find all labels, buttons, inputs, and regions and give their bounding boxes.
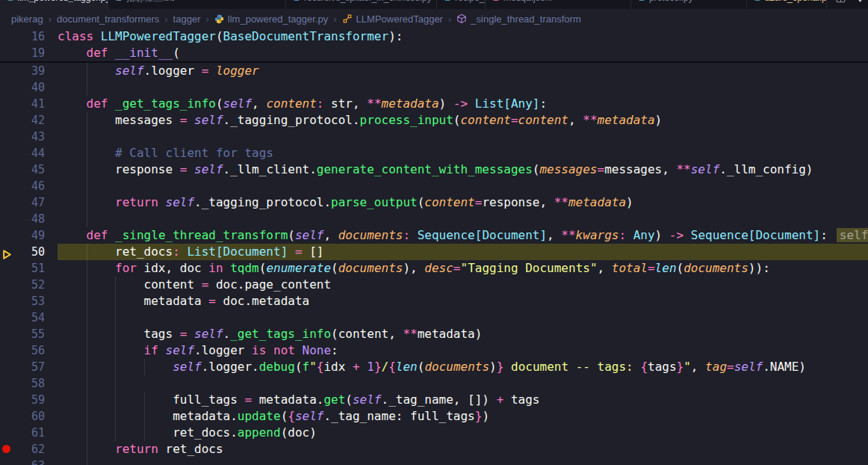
breadcrumb-item-single-thread-transform[interactable]: _single_thread_transform: [456, 13, 580, 25]
code-line-16[interactable]: 16class LLMPoweredTagger(BaseDocumentTra…: [0, 28, 868, 45]
line-number: 55: [31, 326, 45, 342]
code-token: document -- tags:: [503, 360, 640, 374]
gutter[interactable]: 60: [0, 408, 58, 425]
gutter[interactable]: 49: [0, 227, 58, 244]
code-line-39[interactable]: 39self.logger = logger: [0, 63, 868, 79]
code-line-43[interactable]: 43: [0, 129, 868, 145]
code-token: self: [166, 343, 195, 357]
code-token: metadata: [568, 195, 626, 209]
breadcrumb-separator-icon: ›: [333, 13, 336, 25]
gutter[interactable]: 47: [0, 194, 58, 211]
code-line-52[interactable]: 52content = doc.page_content: [0, 277, 868, 293]
code-line-44[interactable]: 44# Call client for tags: [0, 145, 868, 161]
gutter[interactable]: 19: [0, 45, 58, 61]
code-token: for: [115, 261, 137, 275]
breadcrumb-item-llmpoweredtagger[interactable]: LLMPoweredTagger: [342, 13, 443, 25]
code-line-40[interactable]: 40: [0, 79, 868, 96]
code-line-51[interactable]: 51for idx, doc in tqdm(enumerate(documen…: [0, 260, 868, 277]
indent-guide: [87, 425, 116, 441]
gutter[interactable]: 40: [0, 79, 58, 96]
breadcrumb-item-tagger[interactable]: tagger: [173, 13, 201, 25]
indent: [58, 227, 87, 244]
code-line-56[interactable]: 56if self.logger is not None:: [0, 342, 868, 359]
gutter[interactable]: 44: [0, 145, 58, 161]
code-line-54[interactable]: 54: [0, 310, 868, 326]
code-token: is: [252, 343, 266, 357]
debug-inline-value: self: [837, 228, 868, 242]
gutter[interactable]: 58: [0, 375, 58, 392]
breadcrumb-item-pikerag[interactable]: pikerag: [11, 13, 43, 25]
gutter[interactable]: 43: [0, 129, 58, 145]
code-line-50[interactable]: 50ret_docs: List[Document] = []: [0, 244, 868, 260]
code-token: len: [655, 261, 677, 275]
line-number: 40: [31, 79, 45, 96]
editor-actions: [827, 0, 868, 9]
code-line-53[interactable]: 53metadata = doc.metadata: [0, 293, 868, 310]
chevron-down-icon[interactable]: [855, 0, 866, 3]
code-line-45[interactable]: 45response = self._llm_client.generate_c…: [0, 161, 868, 178]
gutter[interactable]: 42: [0, 112, 58, 129]
code-content: [58, 178, 868, 194]
code-token: documents: [424, 360, 489, 374]
code-line-42[interactable]: 42messages = self._tagging_protocol.proc…: [0, 112, 868, 129]
code-line-63[interactable]: 63: [0, 458, 868, 465]
tab-recipe-parse-py[interactable]: recipe_parse.py: [437, 0, 486, 9]
code-token: doc.metadata: [216, 294, 309, 308]
breadcrumb-item-llm-powered-tagger-py[interactable]: llm_powered_tagger.py: [214, 13, 328, 25]
split-editor-icon[interactable]: [836, 0, 846, 3]
code-line-48[interactable]: 48: [0, 211, 868, 227]
gutter[interactable]: 61: [0, 425, 58, 441]
file-icon: [7, 0, 13, 1]
code-token: return: [115, 442, 158, 456]
gutter[interactable]: 59: [0, 392, 58, 408]
gutter[interactable]: 56: [0, 342, 58, 359]
gutter[interactable]: 62: [0, 441, 58, 458]
gutter[interactable]: 45: [0, 161, 58, 178]
gutter[interactable]: 55: [0, 326, 58, 342]
gutter[interactable]: 48: [0, 211, 58, 227]
gutter[interactable]: 52: [0, 277, 58, 293]
code-token: (: [216, 96, 223, 111]
code-line-61[interactable]: 61ret_docs.append(doc): [0, 425, 868, 441]
code-line-41[interactable]: 41def _get_tags_info(self, content: str,…: [0, 96, 868, 112]
gutter[interactable]: 57: [0, 359, 58, 375]
editor-pane[interactable]: 16class LLMPoweredTagger(BaseDocumentTra…: [0, 28, 868, 465]
code-line-60[interactable]: 60metadata.update({self._tag_name: full_…: [0, 408, 868, 425]
code-token: [187, 327, 194, 341]
code-token: ): [489, 360, 497, 374]
gutter[interactable]: 16: [0, 28, 58, 45]
tab-recursive-splitter-in-chinese-py[interactable]: recursive_splitter_in_chinese.py: [286, 0, 437, 9]
breadcrumb-item-document-transformers[interactable]: document_transformers: [57, 13, 159, 25]
code-token: ): [655, 113, 663, 127]
gutter[interactable]: 63: [0, 458, 58, 465]
code-line-46[interactable]: 46: [0, 178, 868, 194]
tab-txt[interactable]: 指标筛查.txt: [108, 0, 286, 9]
gutter[interactable]: 50: [0, 244, 58, 260]
tab-azure-openai-py[interactable]: azure_openai.py: [747, 0, 827, 9]
gutter[interactable]: 46: [0, 178, 58, 194]
tab-medqa-jsonl[interactable]: medqa.jsonl: [486, 0, 631, 9]
code-token: __init__: [115, 46, 173, 60]
code-token: :: [317, 96, 324, 111]
tab-protocol-py[interactable]: protocol.py: [631, 0, 747, 9]
line-number: 54: [31, 310, 45, 326]
code-line-57[interactable]: 57self.logger.debug(f"{idx + 1}/{len(doc…: [0, 359, 868, 375]
breakpoint-icon[interactable]: [2, 445, 10, 453]
code-token: [288, 244, 295, 259]
gutter[interactable]: 41: [0, 96, 58, 112]
gutter[interactable]: 51: [0, 260, 58, 277]
tab-llm-powered-tagger-py[interactable]: llm_powered_tagger.py✕: [0, 0, 108, 9]
code-line-62[interactable]: 62return ret_docs: [0, 441, 868, 458]
code-line-49[interactable]: 49def _single_thread_transform(self, doc…: [0, 227, 868, 244]
code-line-58[interactable]: 58: [0, 375, 868, 392]
code-line-19[interactable]: 19def __init__(: [0, 45, 868, 61]
gutter[interactable]: 53: [0, 293, 58, 310]
gutter[interactable]: 39: [0, 63, 58, 79]
code-token: idx: [323, 360, 353, 374]
code-line-55[interactable]: 55tags = self._get_tags_info(content, **…: [0, 326, 868, 342]
code-line-59[interactable]: 59full_tags = metadata.get(self._tag_nam…: [0, 392, 868, 408]
gutter[interactable]: 54: [0, 310, 58, 326]
code-line-47[interactable]: 47return self._tagging_protocol.parse_ou…: [0, 194, 868, 211]
code-token: kwargs: [576, 228, 619, 242]
code-token: ._tag_name: full_tags: [323, 409, 474, 423]
